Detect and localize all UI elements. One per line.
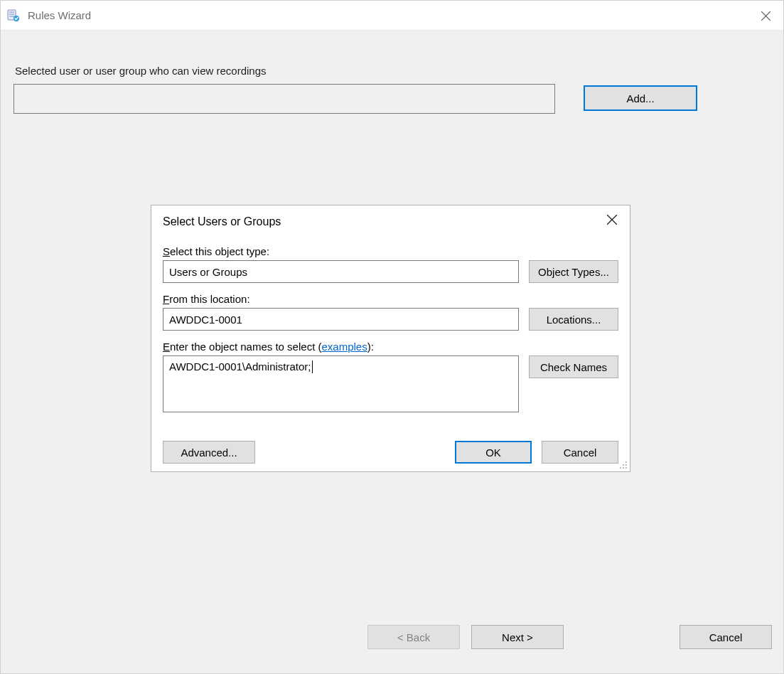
text-caret: [312, 360, 313, 373]
dialog-cancel-button[interactable]: Cancel: [542, 441, 618, 464]
examples-link[interactable]: examples: [321, 341, 367, 353]
check-names-button[interactable]: Check Names: [529, 355, 618, 378]
object-type-field: Users or Groups: [163, 260, 519, 283]
advanced-button[interactable]: Advanced...: [163, 441, 255, 464]
ok-button[interactable]: OK: [455, 441, 532, 464]
location-field: AWDDC1-0001: [163, 308, 519, 331]
dialog-close-button[interactable]: [594, 205, 630, 234]
object-type-label: Select this object type:: [163, 245, 618, 257]
resize-grip[interactable]: [619, 461, 628, 469]
add-button[interactable]: Add...: [584, 85, 697, 111]
names-label-suffix: ):: [367, 341, 374, 353]
svg-point-14: [625, 467, 627, 469]
object-names-input[interactable]: AWDDC1-0001\Administrator;: [163, 355, 519, 412]
cancel-button[interactable]: Cancel: [680, 625, 772, 649]
titlebar: Rules Wizard: [1, 1, 783, 31]
svg-point-11: [625, 464, 627, 466]
rules-wizard-window: Rules Wizard Selected user or user group…: [0, 0, 784, 674]
dialog-title: Select Users or Groups: [163, 215, 281, 228]
select-users-dialog: Select Users or Groups Select this objec…: [151, 205, 630, 472]
svg-point-10: [623, 464, 624, 466]
svg-point-9: [625, 461, 627, 463]
selected-user-label: Selected user or user group who can view…: [15, 65, 267, 77]
next-button[interactable]: Next >: [471, 625, 564, 649]
names-label-prefix: nter the object names to select (: [170, 341, 321, 353]
dialog-header: Select Users or Groups: [151, 205, 630, 238]
object-names-label: Enter the object names to select (exampl…: [163, 341, 618, 353]
selected-user-box[interactable]: [14, 84, 555, 114]
dialog-body: Select this object type: Users or Groups…: [163, 245, 618, 466]
back-button: < Back: [367, 625, 460, 649]
close-icon: [761, 11, 770, 21]
svg-point-12: [620, 467, 621, 469]
location-label: From this location:: [163, 293, 618, 305]
window-close-button[interactable]: [748, 1, 783, 31]
locations-button[interactable]: Locations...: [529, 308, 618, 331]
window-title: Rules Wizard: [28, 9, 91, 21]
close-icon: [607, 215, 617, 225]
app-icon: [6, 9, 21, 23]
dialog-footer: Advanced... OK Cancel: [163, 439, 618, 466]
wizard-footer: < Back Next > Cancel: [1, 625, 783, 653]
object-types-button[interactable]: Object Types...: [529, 260, 618, 283]
svg-point-13: [623, 467, 624, 469]
